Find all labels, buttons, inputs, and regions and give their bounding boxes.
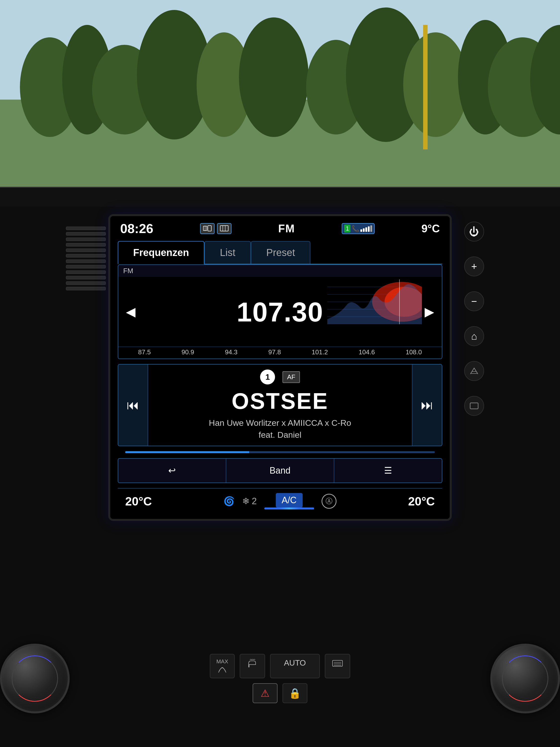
fan-icon[interactable]: 🌀 <box>223 496 235 507</box>
tuner-mode-label: FM <box>123 267 133 275</box>
svg-point-7 <box>239 18 309 137</box>
vent-slat <box>66 287 106 290</box>
auto-button[interactable]: AUTO <box>270 654 320 678</box>
vent-slat <box>66 276 106 279</box>
vent-slat <box>66 249 106 252</box>
signal-progress-bar <box>125 451 435 453</box>
right-side-controls: ⏻ + − ⌂ <box>452 207 497 431</box>
tuner-mode-header: FM <box>118 265 442 277</box>
artist-line-2: feat. Daniel <box>259 430 301 439</box>
volume-down-button[interactable]: − <box>464 291 484 311</box>
nav-button[interactable] <box>464 361 484 381</box>
scale-mark-6: 104.6 <box>358 349 375 356</box>
nav-icon-2[interactable] <box>217 223 232 234</box>
back-button[interactable]: ↩ <box>118 459 226 483</box>
climate-control-bar: 20°C 🌀 ❄ 2 A/C Ⓐ 20°C <box>118 488 442 514</box>
vent-slat <box>66 227 106 230</box>
menu-icon: ☰ <box>384 465 392 476</box>
map-icon[interactable] <box>200 223 215 234</box>
radio-mode: FM <box>278 222 295 235</box>
background-photo <box>0 0 560 187</box>
signal-strength <box>361 225 372 232</box>
previous-station-button[interactable]: ⏮ <box>118 364 148 446</box>
display-icon <box>469 402 479 410</box>
frequency-value: 107.30 <box>237 297 323 327</box>
band-label: Band <box>270 465 290 476</box>
defrost-icon <box>217 666 227 674</box>
tab-frequenzen[interactable]: Frequenzen <box>118 241 204 264</box>
vent-slat <box>66 281 106 285</box>
clock: 08:26 <box>120 221 153 236</box>
hazard-icon: ⚠ <box>261 688 270 699</box>
home-button[interactable]: ⌂ <box>464 326 484 346</box>
bottom-controls-bar: ↩ Band ☰ <box>118 458 442 483</box>
scale-mark-2: 90.9 <box>182 349 194 356</box>
station-meta: 1 AF <box>260 369 300 384</box>
station-name: OSTSEE <box>232 388 328 414</box>
scale-label-5: 101.2 <box>312 349 328 356</box>
next-station-button[interactable]: ⏭ <box>412 364 442 446</box>
seat-heat-button[interactable] <box>240 654 265 678</box>
scale-label-6: 104.6 <box>358 349 375 356</box>
vent-slat <box>66 237 106 241</box>
now-playing-section: ⏮ 1 AF OSTSEE Han Uwe Worlitzer x AMIICC… <box>118 364 442 446</box>
seat-icon <box>246 659 259 668</box>
road-icon <box>469 367 479 375</box>
scale-label-2: 90.9 <box>182 349 194 356</box>
scale-label-7: 108.0 <box>406 349 422 356</box>
artist-info: Han Uwe Worlitzer x AMIICCA x C-Ro feat.… <box>209 417 351 441</box>
status-bar: 08:26 FM <box>110 216 450 241</box>
fan-speed-number: 2 <box>251 496 257 507</box>
physical-controls-area: MAX AUTO <box>0 610 560 747</box>
svg-rect-18 <box>220 226 228 231</box>
vent-slat <box>66 243 106 247</box>
svg-rect-17 <box>208 226 211 231</box>
left-temperature-knob[interactable] <box>0 644 70 713</box>
climate-temp-right: 20°C <box>408 494 435 508</box>
screen-button[interactable] <box>464 396 484 416</box>
vent-slat <box>66 254 106 257</box>
scale-mark-7: 108.0 <box>406 349 422 356</box>
right-temperature-knob[interactable] <box>490 644 560 713</box>
climate-temp-left: 20°C <box>125 494 152 508</box>
hazard-button[interactable]: ⚠ <box>252 683 277 703</box>
lock-button[interactable]: 🔒 <box>283 683 308 703</box>
fan-speed-display: ❄ 2 <box>242 496 257 507</box>
tuner-main-area: ◀ 107.30 <box>118 277 442 346</box>
fm-tuner-display: FM ◀ 107.30 <box>118 264 442 359</box>
scale-mark-1: 87.5 <box>138 349 151 356</box>
menu-button[interactable]: ☰ <box>334 459 442 483</box>
scale-label-3: 94.3 <box>225 349 238 356</box>
frequency-scale: 87.5 90.9 94.3 97.8 101.2 104. <box>118 346 442 359</box>
volume-up-button[interactable]: + <box>464 256 484 276</box>
tune-left-button[interactable]: ◀ <box>123 305 138 319</box>
max-defrost-button[interactable]: MAX <box>210 654 235 678</box>
scale-label-1: 87.5 <box>138 349 151 356</box>
spectrum-visualization <box>327 279 422 324</box>
scale-mark-4: 97.8 <box>268 349 281 356</box>
main-content: Frequenzen List Preset FM ◀ 107.30 <box>110 241 450 519</box>
vent-slat <box>66 232 106 236</box>
tab-preset[interactable]: Preset <box>251 241 311 264</box>
max-label: MAX <box>216 659 228 665</box>
signal-fill <box>125 451 249 453</box>
recirculation-button[interactable]: Ⓐ <box>322 494 337 509</box>
preset-number-badge: 1 <box>260 369 275 384</box>
back-icon: ↩ <box>168 465 176 476</box>
phone-signal-icons: 1 📞 <box>342 223 375 234</box>
power-button[interactable]: ⏻ <box>464 222 484 241</box>
artist-line-1: Han Uwe Worlitzer x AMIICCA x C-Ro <box>209 418 351 428</box>
tab-list[interactable]: List <box>204 241 250 264</box>
svg-rect-14 <box>423 25 428 149</box>
scale-mark-3: 94.3 <box>225 349 238 356</box>
home-icon: ⌂ <box>471 331 477 342</box>
ac-button[interactable]: A/C <box>276 493 303 508</box>
scale-mark-5: 101.2 <box>312 349 328 356</box>
tune-right-button[interactable]: ▶ <box>422 305 437 319</box>
band-button[interactable]: Band <box>226 459 334 483</box>
rear-defrost-button[interactable] <box>325 654 350 678</box>
svg-rect-31 <box>470 403 478 409</box>
af-badge: AF <box>283 371 300 383</box>
ac-indicator-line <box>264 508 314 510</box>
rear-defrost-icon <box>331 659 344 668</box>
